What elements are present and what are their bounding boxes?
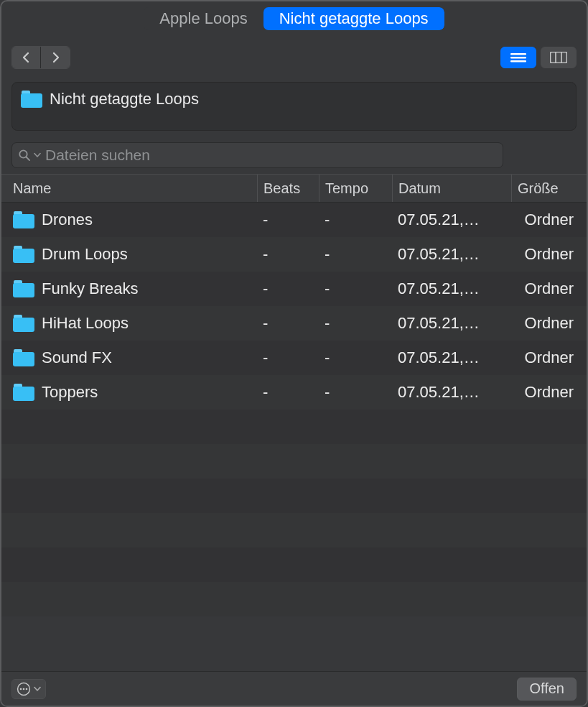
cell-beats: - [257, 348, 319, 367]
svg-point-10 [23, 688, 25, 690]
table-row[interactable]: Sound FX - - 07.05.21,… Ordner [1, 341, 587, 375]
cell-tempo: - [319, 383, 392, 402]
cell-date: 07.05.21,… [392, 383, 511, 402]
list-view-button[interactable] [500, 47, 536, 68]
cell-size: Ordner [511, 383, 587, 402]
folder-icon [13, 246, 34, 263]
column-tempo[interactable]: Tempo [319, 175, 392, 202]
view-mode-group [500, 47, 577, 68]
search-container [11, 142, 577, 168]
table-row[interactable]: Drones - - 07.05.21,… Ordner [1, 203, 587, 237]
table-row[interactable]: Funky Breaks - - 07.05.21,… Ordner [1, 272, 587, 306]
folder-icon [13, 384, 34, 401]
search-field[interactable] [11, 142, 503, 168]
chevron-left-icon [22, 52, 30, 63]
folder-icon [13, 280, 34, 297]
cell-size: Ordner [511, 279, 587, 298]
cell-tempo: - [319, 279, 392, 298]
top-tab-bar: Apple Loops Nicht getaggte Loops [1, 4, 587, 33]
cell-date: 07.05.21,… [392, 211, 511, 229]
cell-tempo: - [319, 245, 392, 264]
cell-size: Ordner [511, 314, 587, 333]
column-beats[interactable]: Beats [257, 175, 319, 202]
actions-menu-button[interactable] [11, 679, 46, 699]
svg-rect-3 [551, 52, 567, 63]
column-name[interactable]: Name [13, 175, 257, 202]
tab-apple-loops[interactable]: Apple Loops [144, 7, 263, 30]
table-row[interactable]: Toppers - - 07.05.21,… Ordner [1, 375, 587, 410]
svg-line-7 [27, 157, 30, 161]
history-nav-group [11, 46, 70, 69]
column-header: Name Beats Tempo Datum Größe [1, 174, 587, 203]
folder-icon [13, 315, 34, 332]
svg-rect-0 [510, 53, 526, 55]
column-view-button[interactable] [541, 47, 577, 68]
tab-segment: Apple Loops Nicht getaggte Loops [144, 7, 444, 30]
folder-icon [13, 349, 34, 366]
file-name: Drones [42, 211, 93, 229]
path-well[interactable]: Nicht getaggte Loops [11, 82, 577, 131]
table-row-empty [1, 547, 587, 582]
file-list: Drones - - 07.05.21,… Ordner Drum Loops … [1, 203, 587, 671]
forward-button[interactable] [41, 47, 70, 68]
table-row-empty [1, 444, 587, 479]
cell-size: Ordner [511, 245, 587, 264]
table-row[interactable]: Drum Loops - - 07.05.21,… Ordner [1, 237, 587, 272]
folder-icon [13, 211, 34, 228]
chevron-down-icon [34, 686, 41, 692]
table-row-empty [1, 513, 587, 547]
chevron-right-icon [52, 52, 60, 63]
tab-untagged-loops[interactable]: Nicht getaggte Loops [263, 7, 444, 30]
open-button[interactable]: Offen [517, 678, 577, 701]
cell-beats: - [257, 383, 319, 402]
cell-date: 07.05.21,… [392, 348, 511, 367]
svg-point-9 [20, 688, 22, 690]
table-row[interactable]: HiHat Loops - - 07.05.21,… Ordner [1, 306, 587, 341]
table-row-empty [1, 582, 587, 616]
toolbar [1, 33, 587, 76]
cell-tempo: - [319, 314, 392, 333]
svg-point-11 [26, 688, 28, 690]
svg-rect-2 [510, 60, 526, 62]
column-date[interactable]: Datum [392, 175, 511, 202]
svg-rect-1 [510, 57, 526, 58]
cell-date: 07.05.21,… [392, 279, 511, 298]
cell-date: 07.05.21,… [392, 314, 511, 333]
cell-date: 07.05.21,… [392, 245, 511, 264]
cell-beats: - [257, 314, 319, 333]
columns-icon [550, 52, 567, 63]
footer-bar: Offen [1, 671, 587, 706]
cell-tempo: - [319, 211, 392, 229]
cell-beats: - [257, 211, 319, 229]
cell-size: Ordner [511, 348, 587, 367]
file-name: Funky Breaks [42, 279, 139, 298]
file-name: Sound FX [42, 348, 112, 367]
back-button[interactable] [12, 47, 41, 68]
file-name: Toppers [42, 383, 98, 402]
table-row-empty [1, 410, 587, 444]
column-size[interactable]: Größe [511, 175, 587, 202]
cell-beats: - [257, 245, 319, 264]
chevron-down-icon[interactable] [34, 152, 41, 158]
folder-icon [21, 91, 42, 108]
list-icon [510, 52, 526, 63]
breadcrumb-label: Nicht getaggte Loops [50, 90, 199, 108]
table-row-empty [1, 479, 587, 513]
ellipsis-circle-icon [17, 682, 31, 696]
search-icon [18, 149, 31, 162]
cell-size: Ordner [511, 211, 587, 229]
file-name: HiHat Loops [42, 314, 129, 333]
cell-beats: - [257, 279, 319, 298]
search-input[interactable] [44, 146, 497, 165]
cell-tempo: - [319, 348, 392, 367]
file-name: Drum Loops [42, 245, 128, 264]
